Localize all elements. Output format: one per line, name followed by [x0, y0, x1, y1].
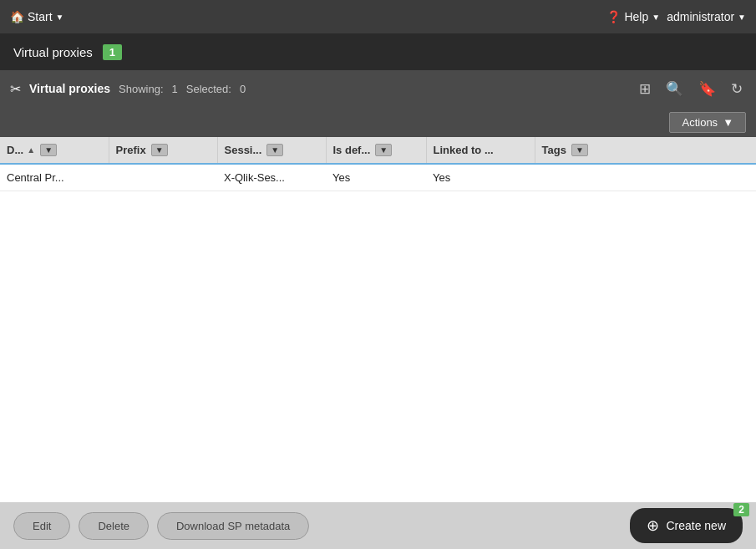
- actions-bar: Actions ▼: [0, 107, 756, 137]
- admin-menu-item[interactable]: administrator ▼: [667, 10, 746, 23]
- create-new-badge: 2: [733, 503, 749, 516]
- showing-label: Showing:: [119, 83, 163, 95]
- col-prefix-filter-button[interactable]: ▼: [151, 144, 168, 156]
- refresh-button[interactable]: ↻: [728, 77, 746, 101]
- page-title: Virtual proxies: [13, 45, 93, 59]
- admin-caret-icon: ▼: [738, 13, 746, 22]
- help-circle-icon: ❓: [606, 10, 621, 23]
- selected-label: Selected:: [186, 83, 231, 95]
- table-body: Central Pr... X-Qlik-Ses... Yes Yes: [0, 164, 756, 191]
- col-session-filter-button[interactable]: ▼: [266, 144, 283, 156]
- admin-label: administrator: [667, 10, 734, 23]
- col-header-tags: Tags ▼: [535, 137, 756, 164]
- virtual-proxies-table: D... ▲ ▼ Prefix ▼ Sessi... ▼: [0, 137, 756, 191]
- table-container: D... ▲ ▼ Prefix ▼ Sessi... ▼: [0, 137, 756, 191]
- actions-button[interactable]: Actions ▼: [669, 112, 746, 133]
- col-tags-filter-button[interactable]: ▼: [571, 144, 588, 156]
- col-prefix-label: Prefix: [116, 144, 146, 156]
- edit-button[interactable]: Edit: [13, 512, 70, 540]
- home-icon: 🏠: [10, 10, 24, 23]
- actions-label: Actions: [682, 116, 718, 129]
- table-head: D... ▲ ▼ Prefix ▼ Sessi... ▼: [0, 137, 756, 164]
- cell-linked: Yes: [426, 164, 535, 191]
- cell-session: X-Qlik-Ses...: [217, 164, 326, 191]
- create-new-button[interactable]: ⊕ Create new 2: [630, 508, 743, 543]
- table-row[interactable]: Central Pr... X-Qlik-Ses... Yes Yes: [0, 164, 756, 191]
- help-caret-icon: ▼: [652, 13, 660, 22]
- download-sp-metadata-button[interactable]: Download SP metadata: [157, 512, 309, 540]
- col-isdef-label: Is def...: [333, 144, 371, 156]
- plus-circle-icon: ⊕: [647, 516, 659, 535]
- toolbar: ✂ Virtual proxies Showing: 1 Selected: 0…: [0, 70, 756, 107]
- help-menu-item[interactable]: ❓ Help ▼: [606, 10, 660, 23]
- col-header-session: Sessi... ▼: [217, 137, 326, 164]
- col-header-prefix: Prefix ▼: [109, 137, 217, 164]
- toolbar-right: ⊞ 🔍 🔖 ↻: [636, 77, 746, 101]
- top-nav-right: ❓ Help ▼ administrator ▼: [606, 10, 746, 23]
- create-new-label: Create new: [666, 519, 726, 532]
- cell-desc: Central Pr...: [0, 164, 109, 191]
- col-session-label: Sessi...: [225, 144, 262, 156]
- start-caret-icon: ▼: [56, 13, 64, 22]
- table-header-row: D... ▲ ▼ Prefix ▼ Sessi... ▼: [0, 137, 756, 164]
- col-tags-label: Tags: [542, 144, 566, 156]
- toolbar-left: ✂ Virtual proxies Showing: 1 Selected: 0: [10, 81, 246, 97]
- col-header-desc: D... ▲ ▼: [0, 137, 109, 164]
- page-title-bar: Virtual proxies 1: [0, 33, 756, 70]
- selected-value: 0: [240, 83, 246, 95]
- showing-value: 1: [172, 83, 178, 95]
- grid-view-button[interactable]: ⊞: [636, 77, 654, 101]
- scissors-icon: ✂: [10, 81, 21, 97]
- help-label: Help: [624, 10, 648, 23]
- col-desc-filter-button[interactable]: ▼: [40, 144, 57, 156]
- actions-caret-icon: ▼: [723, 116, 733, 129]
- cell-isdef: Yes: [326, 164, 426, 191]
- footer: Edit Delete Download SP metadata ⊕ Creat…: [0, 502, 756, 549]
- cell-tags: [535, 164, 756, 191]
- sort-asc-icon: ▲: [27, 145, 35, 155]
- cell-prefix: [109, 164, 217, 191]
- delete-button[interactable]: Delete: [79, 512, 149, 540]
- toolbar-title: Virtual proxies: [29, 82, 110, 95]
- top-nav-left: 🏠 Start ▼: [10, 10, 63, 23]
- top-nav: 🏠 Start ▼ ❓ Help ▼ administrator ▼: [0, 0, 756, 33]
- col-header-isdef: Is def... ▼: [326, 137, 426, 164]
- page-count-badge: 1: [103, 44, 122, 60]
- col-linked-label: Linked to ...: [434, 144, 494, 156]
- bookmark-button[interactable]: 🔖: [695, 77, 719, 101]
- col-isdef-filter-button[interactable]: ▼: [375, 144, 392, 156]
- col-desc-label: D...: [7, 144, 23, 156]
- col-header-linked: Linked to ...: [426, 137, 535, 164]
- search-button[interactable]: 🔍: [662, 77, 687, 101]
- start-menu-item[interactable]: 🏠 Start ▼: [10, 10, 63, 23]
- start-label: Start: [28, 10, 53, 23]
